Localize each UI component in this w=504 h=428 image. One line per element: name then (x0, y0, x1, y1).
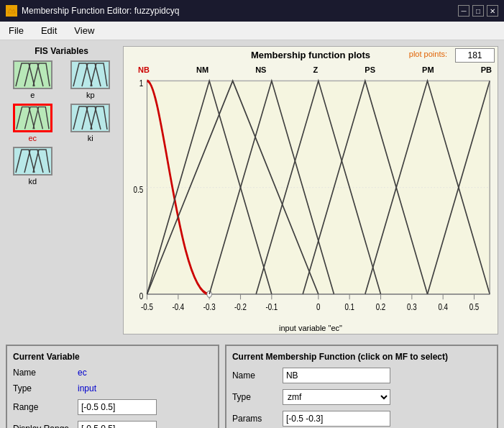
mf-label-nb: NB (138, 65, 150, 74)
type-value: input (78, 383, 96, 393)
mf-params-label: Params (232, 414, 283, 424)
svg-rect-2 (15, 106, 50, 131)
svg-text:0: 0 (139, 291, 144, 301)
current-variable-panel: Current Variable Name ec Type input Rang… (6, 345, 219, 428)
panels-row: Current Variable Name ec Type input Rang… (6, 340, 498, 428)
bottom-section: Current Variable Name ec Type input Rang… (0, 340, 504, 428)
menu-bar: File Edit View (0, 22, 504, 40)
menu-view[interactable]: View (71, 24, 97, 37)
plot-points-input[interactable] (455, 48, 495, 63)
svg-text:0.2: 0.2 (376, 301, 386, 312)
fis-var-icon-ec (13, 104, 52, 132)
mf-params-input[interactable] (283, 411, 390, 427)
mf-label-pb: PB (481, 65, 492, 74)
fis-var-ec[interactable]: ec (6, 104, 60, 142)
mf-labels-row: NB NM NS Z PS PM PB (138, 65, 492, 74)
range-input[interactable] (78, 399, 157, 415)
mf-label-pm: PM (422, 65, 434, 74)
mf-type-select[interactable]: zmf trimf smf gaussmf trapmf (283, 389, 390, 405)
display-range-label: Display Range (13, 424, 78, 428)
maximize-button[interactable]: □ (472, 5, 484, 17)
type-field-row: Type input (13, 383, 212, 393)
fis-panel-title: FIS Variables (6, 46, 117, 56)
window-title: Membership Function Editor: fuzzypidcyq (22, 6, 179, 16)
current-mf-panel: Current Membership Function (click on MF… (225, 345, 498, 428)
fis-var-icon-e (13, 60, 52, 89)
svg-text:-0.1: -0.1 (265, 301, 278, 312)
title-bar: Membership Function Editor: fuzzypidcyq … (0, 0, 504, 22)
fis-var-label-kd: kd (28, 177, 37, 186)
fis-var-icon-ki (70, 104, 110, 132)
mf-label-nm: NM (196, 65, 209, 74)
plot-points-label: plot points: (409, 50, 447, 58)
svg-text:-0.4: -0.4 (172, 301, 184, 312)
mf-label-ps: PS (365, 65, 375, 74)
svg-text:0.5: 0.5 (469, 301, 480, 312)
title-bar-left: Membership Function Editor: fuzzypidcyq (6, 5, 179, 17)
fis-var-icon-kp (70, 60, 110, 89)
name-field-row: Name ec (13, 368, 212, 378)
menu-file[interactable]: File (6, 24, 27, 37)
type-label: Type (13, 383, 78, 393)
svg-text:-0.5: -0.5 (141, 301, 153, 312)
main-content: FIS Variables e (0, 40, 504, 340)
svg-text:1: 1 (139, 77, 143, 88)
mf-name-field-row: Name (232, 368, 491, 383)
fis-var-label-ki: ki (88, 134, 93, 142)
fis-var-label-kp: kp (86, 91, 95, 99)
display-range-input[interactable] (78, 421, 157, 428)
name-label: Name (13, 368, 78, 378)
fis-var-e[interactable]: e (6, 60, 60, 99)
svg-rect-4 (14, 148, 51, 174)
svg-rect-3 (72, 105, 109, 131)
mf-name-input[interactable] (283, 368, 390, 383)
mf-name-label: Name (232, 370, 283, 381)
chart-xlabel: input variable "ec" (124, 324, 498, 332)
menu-edit[interactable]: Edit (38, 24, 60, 37)
fis-var-label-ec: ec (28, 134, 37, 142)
mf-label-z: Z (313, 65, 319, 74)
mf-label-ns: NS (255, 65, 266, 74)
fis-var-kd[interactable]: kd (6, 147, 60, 186)
svg-text:0.1: 0.1 (344, 301, 354, 312)
fis-panel: FIS Variables e (6, 46, 117, 334)
fis-variables-grid: e kp (6, 60, 117, 186)
svg-rect-1 (72, 62, 109, 88)
svg-text:-0.3: -0.3 (203, 301, 216, 312)
svg-rect-0 (14, 62, 51, 88)
matlab-icon (6, 5, 17, 17)
range-field-row: Range (13, 399, 212, 415)
close-button[interactable]: ✕ (487, 5, 498, 17)
svg-text:0.4: 0.4 (438, 301, 448, 312)
fis-var-icon-kd (13, 147, 52, 176)
range-label: Range (13, 402, 78, 412)
display-range-field-row: Display Range (13, 421, 212, 428)
mf-type-label: Type (232, 392, 283, 402)
minimize-button[interactable]: ─ (458, 5, 469, 17)
chart-svg: 0 0.5 1 -0.5 -0.4 -0.3 -0.2 -0.1 0 0.1 0… (124, 76, 498, 321)
svg-text:0.3: 0.3 (407, 301, 417, 312)
svg-text:0: 0 (316, 301, 321, 312)
title-bar-controls: ─ □ ✕ (458, 5, 498, 17)
svg-text:0.5: 0.5 (134, 184, 144, 195)
current-var-title: Current Variable (13, 352, 212, 362)
svg-text:-0.2: -0.2 (234, 301, 247, 312)
chart-area: Membership function plots plot points: N… (123, 46, 498, 334)
fis-var-label-e: e (30, 91, 35, 99)
mf-params-field-row: Params (232, 411, 491, 427)
fis-var-kp[interactable]: kp (64, 60, 118, 99)
current-mf-title: Current Membership Function (click on MF… (232, 352, 491, 362)
mf-type-field-row: Type zmf trimf smf gaussmf trapmf (232, 389, 491, 405)
fis-var-ki[interactable]: ki (64, 104, 118, 142)
name-value: ec (78, 368, 87, 378)
svg-point-34 (207, 291, 212, 297)
